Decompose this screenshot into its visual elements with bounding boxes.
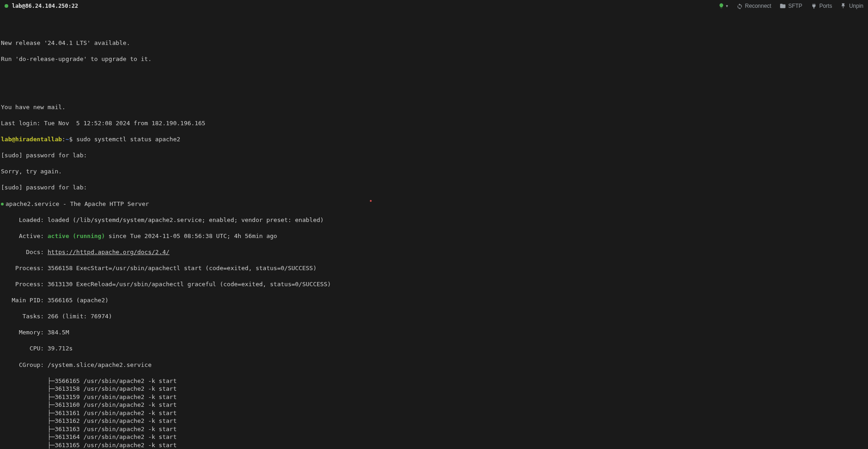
cgroup-proc-line: ├─3613160 /usr/sbin/apache2 -k start (1, 401, 868, 409)
reconnect-label: Reconnect (745, 2, 771, 10)
docs-label: Docs: (1, 249, 48, 255)
prompt-sep: : (62, 136, 66, 143)
active-label: Active: (1, 233, 48, 239)
cgroup-proc-line: ├─3613161 /usr/sbin/apache2 -k start (1, 409, 868, 417)
cgroup-line: CGroup: /system.slice/apache2.service (1, 361, 868, 369)
session-title: lab@86.24.104.250:22 (12, 2, 78, 10)
sudo-line: [sudo] password for lab: (1, 151, 868, 160)
motd-line: New release '24.04.1 LTS' available. (1, 39, 868, 47)
active-since: since Tue 2024-11-05 08:56:38 UTC; 4h 56… (105, 233, 277, 239)
active-value: active (running) (48, 233, 105, 239)
plug-icon (811, 3, 817, 9)
prompt-symbol: $ (69, 136, 73, 143)
blank-line (1, 23, 868, 31)
service-header-line: apache2.service - The Apache HTTP Server (1, 200, 868, 208)
ports-label: Ports (819, 2, 832, 10)
folder-icon (780, 3, 786, 9)
process-line: Process: 3566158 ExecStart=/usr/sbin/apa… (1, 264, 868, 272)
sftp-button[interactable]: SFTP (780, 2, 802, 10)
cgroup-tree: ├─3566165 /usr/sbin/apache2 -k start ├─3… (1, 377, 868, 449)
pin-icon (841, 3, 847, 9)
titlebar-actions: ▾ Reconnect SFTP Ports Unpin (718, 2, 863, 10)
hints-button[interactable]: ▾ (718, 3, 728, 9)
tasks-line: Tasks: 266 (limit: 76974) (1, 312, 868, 321)
titlebar: lab@86.24.104.250:22 ▾ Reconnect SFTP Po… (0, 0, 868, 12)
cpu-line: CPU: 39.712s (1, 344, 868, 353)
active-line: Active: active (running) since Tue 2024-… (1, 232, 868, 240)
cgroup-proc-line: ├─3566165 /usr/sbin/apache2 -k start (1, 377, 868, 385)
terminal-output[interactable]: New release '24.04.1 LTS' available. Run… (0, 12, 868, 449)
sudo-line: [sudo] password for lab: (1, 183, 868, 192)
cgroup-proc-line: ├─3613158 /usr/sbin/apache2 -k start (1, 385, 868, 393)
cgroup-proc-line: ├─3613164 /usr/sbin/apache2 -k start (1, 433, 868, 441)
cgroup-proc-line: ├─3613165 /usr/sbin/apache2 -k start (1, 441, 868, 449)
mail-line: You have new mail. (1, 103, 868, 111)
lastlogin-line: Last login: Tue Nov 5 12:52:08 2024 from… (1, 119, 868, 127)
process-line: Process: 3613130 ExecReload=/usr/sbin/ap… (1, 280, 868, 288)
ports-button[interactable]: Ports (811, 2, 832, 10)
lightbulb-icon (718, 3, 725, 9)
status-bullet-icon (1, 203, 4, 205)
cgroup-proc-line: ├─3613162 /usr/sbin/apache2 -k start (1, 417, 868, 425)
chevron-down-icon: ▾ (726, 3, 728, 9)
unpin-label: Unpin (849, 2, 863, 10)
blank-line (1, 87, 868, 95)
connection-status-dot-icon (5, 4, 8, 8)
prompt-path: ~ (66, 136, 69, 143)
cgroup-proc-line: ├─3613163 /usr/sbin/apache2 -k start (1, 425, 868, 433)
memory-line: Memory: 384.5M (1, 328, 868, 337)
motd-line: Run 'do-release-upgrade' to upgrade to i… (1, 55, 868, 63)
service-header-text: apache2.service - The Apache HTTP Server (5, 200, 149, 207)
prompt-line: lab@hiradentallab:~$ sudo systemctl stat… (1, 135, 868, 144)
command-text: sudo systemctl status apache2 (76, 136, 180, 143)
prompt-userhost: lab@hiradentallab (1, 136, 62, 143)
titlebar-left: lab@86.24.104.250:22 (5, 2, 78, 10)
sudo-sorry-line: Sorry, try again. (1, 167, 868, 176)
loaded-line: Loaded: loaded (/lib/systemd/system/apac… (1, 216, 868, 224)
docs-line: Docs: https://httpd.apache.org/docs/2.4/ (1, 248, 868, 256)
refresh-icon (736, 3, 743, 9)
unpin-button[interactable]: Unpin (841, 2, 863, 10)
reconnect-button[interactable]: Reconnect (736, 2, 771, 10)
pointer-dot-icon (370, 200, 372, 202)
mainpid-line: Main PID: 3566165 (apache2) (1, 296, 868, 305)
docs-link[interactable]: https://httpd.apache.org/docs/2.4/ (48, 249, 170, 255)
sftp-label: SFTP (788, 2, 802, 10)
blank-line (1, 71, 868, 79)
cgroup-proc-line: ├─3613159 /usr/sbin/apache2 -k start (1, 393, 868, 401)
